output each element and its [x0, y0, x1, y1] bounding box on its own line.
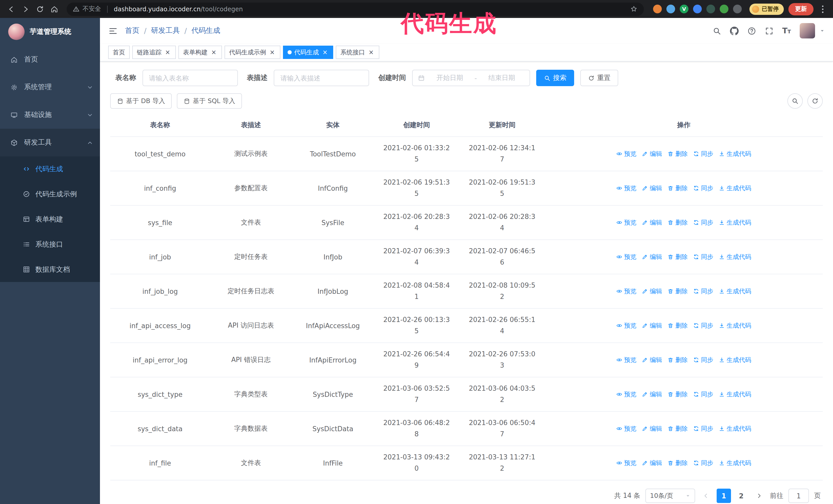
action-generate-code-link[interactable]: 生成代码	[719, 390, 751, 399]
action-sync-link[interactable]: 同步	[693, 287, 713, 295]
prev-page-button[interactable]	[700, 488, 712, 503]
action-edit-link[interactable]: 编辑	[642, 424, 662, 433]
action-preview-link[interactable]: 预览	[616, 459, 636, 467]
bookmark-star-icon[interactable]	[630, 5, 638, 13]
sidebar-subitem-2[interactable]: 表单构建	[0, 207, 100, 232]
action-preview-link[interactable]: 预览	[616, 321, 636, 330]
search-button[interactable]: 搜索	[536, 70, 574, 86]
action-preview-link[interactable]: 预览	[616, 287, 636, 295]
user-avatar[interactable]	[800, 23, 815, 39]
breadcrumb-dev-tools[interactable]: 研发工具	[151, 26, 180, 35]
action-delete-link[interactable]: 删除	[668, 218, 688, 227]
next-page-button[interactable]	[754, 488, 765, 503]
action-sync-link[interactable]: 同步	[693, 218, 713, 227]
extension-gray-icon[interactable]	[733, 5, 742, 13]
tab-1[interactable]: 链路追踪×	[132, 46, 176, 59]
import-sql-button[interactable]: 基于 SQL 导入	[177, 93, 242, 109]
help-icon[interactable]	[747, 26, 756, 35]
browser-home-icon[interactable]	[48, 3, 61, 15]
action-preview-link[interactable]: 预览	[616, 424, 636, 433]
sidebar-subitem-3[interactable]: 系统接口	[0, 232, 100, 257]
action-delete-link[interactable]: 删除	[668, 321, 688, 330]
reset-button[interactable]: 重置	[580, 70, 618, 86]
sidebar-item-2[interactable]: 基础设施	[0, 101, 100, 129]
table-name-input[interactable]	[142, 70, 238, 86]
github-icon[interactable]	[730, 26, 739, 35]
action-edit-link[interactable]: 编辑	[642, 390, 662, 399]
extension-people-icon[interactable]	[693, 5, 702, 13]
action-generate-code-link[interactable]: 生成代码	[719, 218, 751, 227]
action-edit-link[interactable]: 编辑	[642, 356, 662, 364]
toggle-search-button[interactable]	[787, 93, 803, 109]
action-sync-link[interactable]: 同步	[693, 149, 713, 158]
action-delete-link[interactable]: 删除	[668, 356, 688, 364]
header-search-icon[interactable]	[713, 26, 721, 35]
action-delete-link[interactable]: 删除	[668, 390, 688, 399]
action-edit-link[interactable]: 编辑	[642, 184, 662, 193]
tab-2[interactable]: 表单构建×	[178, 46, 222, 59]
action-sync-link[interactable]: 同步	[693, 253, 713, 261]
action-delete-link[interactable]: 删除	[668, 287, 688, 295]
action-edit-link[interactable]: 编辑	[642, 459, 662, 467]
action-sync-link[interactable]: 同步	[693, 390, 713, 399]
sidebar-subitem-1[interactable]: 代码生成示例	[0, 182, 100, 207]
tab-close-icon[interactable]: ×	[210, 49, 217, 56]
date-range-picker[interactable]: 开始日期 - 结束日期	[412, 70, 530, 86]
import-db-button[interactable]: 基于 DB 导入	[110, 93, 172, 109]
action-preview-link[interactable]: 预览	[616, 390, 636, 399]
action-generate-code-link[interactable]: 生成代码	[719, 287, 751, 295]
fullscreen-icon[interactable]	[765, 26, 774, 35]
action-sync-link[interactable]: 同步	[693, 321, 713, 330]
action-generate-code-link[interactable]: 生成代码	[719, 184, 751, 193]
page-number-1[interactable]: 1	[717, 488, 731, 503]
hamburger-icon[interactable]	[108, 26, 118, 35]
action-delete-link[interactable]: 删除	[668, 184, 688, 193]
sidebar-subitem-4[interactable]: 数据库文档	[0, 257, 100, 282]
sidebar-item-0[interactable]: 首页	[0, 46, 100, 73]
browser-forward-icon[interactable]	[20, 3, 32, 15]
font-size-icon[interactable]: TT	[782, 27, 791, 34]
sidebar-item-1[interactable]: 系统管理	[0, 73, 100, 101]
sidebar-item-3[interactable]: 研发工具	[0, 129, 100, 157]
sync-paused-badge[interactable]: 已暂停	[749, 3, 784, 15]
tab-3[interactable]: 代码生成示例×	[224, 46, 280, 59]
action-preview-link[interactable]: 预览	[616, 218, 636, 227]
action-preview-link[interactable]: 预览	[616, 149, 636, 158]
action-delete-link[interactable]: 删除	[668, 424, 688, 433]
action-generate-code-link[interactable]: 生成代码	[719, 424, 751, 433]
tab-close-icon[interactable]: ×	[367, 49, 375, 56]
address-bar[interactable]: 不安全 dashboard.yudao.iocoder.cn/tool/code…	[67, 2, 644, 16]
action-sync-link[interactable]: 同步	[693, 459, 713, 467]
action-delete-link[interactable]: 删除	[668, 253, 688, 261]
table-desc-input[interactable]	[274, 70, 369, 86]
action-edit-link[interactable]: 编辑	[642, 253, 662, 261]
action-sync-link[interactable]: 同步	[693, 184, 713, 193]
page-number-2[interactable]: 2	[734, 488, 748, 503]
goto-page-input[interactable]	[788, 488, 809, 503]
browser-back-icon[interactable]	[5, 3, 18, 15]
tab-0[interactable]: 首页	[108, 46, 130, 59]
browser-refresh-icon[interactable]	[34, 3, 46, 15]
action-generate-code-link[interactable]: 生成代码	[719, 253, 751, 261]
extension-dark-green-icon[interactable]	[706, 5, 715, 13]
action-generate-code-link[interactable]: 生成代码	[719, 149, 751, 158]
action-generate-code-link[interactable]: 生成代码	[719, 321, 751, 330]
action-sync-link[interactable]: 同步	[693, 356, 713, 364]
browser-menu-icon[interactable]	[818, 4, 828, 14]
action-delete-link[interactable]: 删除	[668, 459, 688, 467]
sidebar-subitem-0[interactable]: 代码生成	[0, 157, 100, 182]
app-logo[interactable]: 芋道管理系统	[0, 18, 100, 46]
action-preview-link[interactable]: 预览	[616, 184, 636, 193]
action-delete-link[interactable]: 删除	[668, 149, 688, 158]
tab-close-icon[interactable]: ×	[269, 49, 276, 56]
extension-orange-icon[interactable]	[653, 5, 662, 13]
extension-green-v-icon[interactable]: V	[680, 5, 688, 13]
tab-close-icon[interactable]: ×	[164, 49, 171, 56]
action-edit-link[interactable]: 编辑	[642, 321, 662, 330]
action-preview-link[interactable]: 预览	[616, 253, 636, 261]
tab-4[interactable]: 代码生成×	[283, 46, 333, 59]
action-sync-link[interactable]: 同步	[693, 424, 713, 433]
tab-5[interactable]: 系统接口×	[336, 46, 379, 59]
action-generate-code-link[interactable]: 生成代码	[719, 356, 751, 364]
action-edit-link[interactable]: 编辑	[642, 149, 662, 158]
